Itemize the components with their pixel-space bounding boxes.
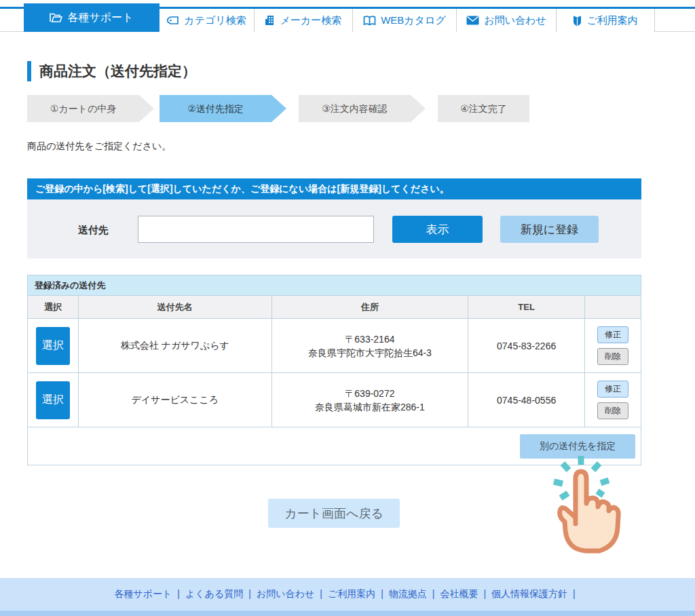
delete-button[interactable]: 削除	[597, 348, 628, 365]
destination-label: 送付先	[64, 224, 109, 237]
other-destination-button[interactable]: 別の送付先を指定	[520, 434, 635, 459]
footer-link-guide[interactable]: ご利用案内	[328, 588, 375, 599]
column-header-select: 選択	[28, 296, 79, 319]
page-title: 商品注文（送付先指定）	[27, 61, 196, 81]
footer-separator: |	[177, 588, 180, 599]
nav-tab-label: カテゴリ検索	[184, 14, 246, 27]
nav-tab-category-search[interactable]: カテゴリ検索	[159, 9, 255, 32]
nav-tab-contact[interactable]: お問い合わせ	[457, 9, 557, 32]
table-row: 選択 株式会社 ナガサワぷらす 〒633-2164 奈良県宇陀市大宇陀拾生64-…	[28, 319, 641, 373]
footer-separator: |	[432, 588, 435, 599]
column-header-actions	[585, 296, 641, 319]
step-cart: ①カートの中身	[27, 95, 154, 122]
column-header-name: 送付先名	[78, 296, 271, 319]
top-nav: 各種サポート カテゴリ検索 メーカー検索 WEBカタログ	[24, 3, 655, 32]
column-header-tel: TEL	[468, 296, 585, 319]
address-line: 奈良県葛城市新在家286-1	[272, 400, 468, 414]
destination-tel: 0745-48-0556	[468, 373, 585, 427]
footer-link-support[interactable]: 各種サポート	[114, 588, 172, 599]
postal-code: 〒639-0272	[272, 387, 468, 400]
footer-link-contact[interactable]: お問い合わせ	[257, 588, 314, 599]
destination-address: 〒639-0272 奈良県葛城市新在家286-1	[271, 373, 468, 427]
footer-separator: |	[483, 588, 486, 599]
edit-button[interactable]: 修正	[597, 381, 628, 398]
registered-addresses-table: 登録済みの送付先 選択 送付先名 住所 TEL 選択 株式会社 ナガサワぷらす …	[27, 275, 641, 465]
nav-tab-web-catalog[interactable]: WEBカタログ	[353, 9, 457, 32]
tag-icon	[167, 16, 179, 26]
destination-name: デイサービスこころ	[78, 373, 271, 427]
folder-open-icon	[50, 12, 62, 23]
destination-input[interactable]	[138, 216, 374, 243]
nav-tab-label: WEBカタログ	[381, 14, 446, 27]
nav-tab-guide[interactable]: ご利用案内	[557, 9, 655, 32]
footer-separator: |	[381, 588, 383, 599]
footer-separator: |	[573, 588, 576, 599]
footer-link-logistics[interactable]: 物流拠点	[389, 588, 427, 599]
footer-links: 各種サポート|よくある質問|お問い合わせ|ご利用案内|物流拠点|会社概要|個人情…	[114, 588, 580, 600]
nav-tab-label: メーカー検索	[280, 14, 342, 27]
instruction-text: 商品の送付先をご指定ください。	[27, 140, 171, 153]
column-header-address: 住所	[271, 296, 468, 319]
address-line: 奈良県宇陀市大宇陀拾生64-3	[272, 346, 468, 360]
footer-separator: |	[320, 588, 322, 599]
destination-address: 〒633-2164 奈良県宇陀市大宇陀拾生64-3	[271, 319, 468, 373]
step-complete: ④注文完了	[438, 95, 529, 122]
footer: 各種サポート|よくある質問|お問い合わせ|ご利用案内|物流拠点|会社概要|個人情…	[0, 578, 695, 611]
nav-tab-maker-search[interactable]: メーカー検索	[255, 9, 353, 32]
nav-tab-support[interactable]: 各種サポート	[24, 3, 159, 32]
search-banner: ご登録の中から[検索]して[選択]していただくか、ご登録にない場合は[新規登録]…	[27, 178, 641, 199]
destination-tel: 0745-83-2266	[468, 319, 585, 373]
step-destination: ②送付先指定	[159, 95, 286, 122]
destination-name: 株式会社 ナガサワぷらす	[78, 319, 271, 373]
mail-icon	[466, 16, 479, 25]
nav-tab-label: 各種サポート	[67, 11, 133, 25]
book-icon	[363, 16, 376, 26]
nav-tab-label: ご利用案内	[586, 14, 637, 27]
postal-code: 〒633-2164	[272, 332, 468, 346]
tap-hand-icon	[540, 455, 628, 556]
table-caption: 登録済みの送付先	[27, 275, 641, 295]
footer-separator: |	[248, 588, 251, 599]
table-footer-row: 別の送付先を指定	[28, 427, 641, 465]
back-to-cart-button[interactable]: カート画面へ戻る	[268, 499, 400, 528]
new-register-button[interactable]: 新規に登録	[500, 216, 599, 243]
delete-button[interactable]: 削除	[597, 402, 628, 419]
select-button[interactable]: 選択	[36, 381, 70, 419]
table-header-row: 選択 送付先名 住所 TEL	[28, 296, 641, 319]
footer-link-faq[interactable]: よくある質問	[185, 588, 243, 599]
edit-button[interactable]: 修正	[597, 326, 628, 343]
table-row: 選択 デイサービスこころ 〒639-0272 奈良県葛城市新在家286-1 07…	[28, 373, 641, 427]
footer-bottom-strip	[0, 611, 695, 616]
step-confirm: ③注文内容確認	[299, 95, 426, 122]
building-icon	[265, 15, 276, 26]
footer-link-privacy[interactable]: 個人情報保護方針	[491, 588, 567, 599]
beginner-mark-icon	[573, 15, 582, 26]
footer-link-company[interactable]: 会社概要	[440, 588, 478, 599]
select-button[interactable]: 選択	[36, 327, 70, 365]
nav-tab-label: お問い合わせ	[484, 14, 546, 27]
show-button[interactable]: 表示	[392, 216, 483, 243]
